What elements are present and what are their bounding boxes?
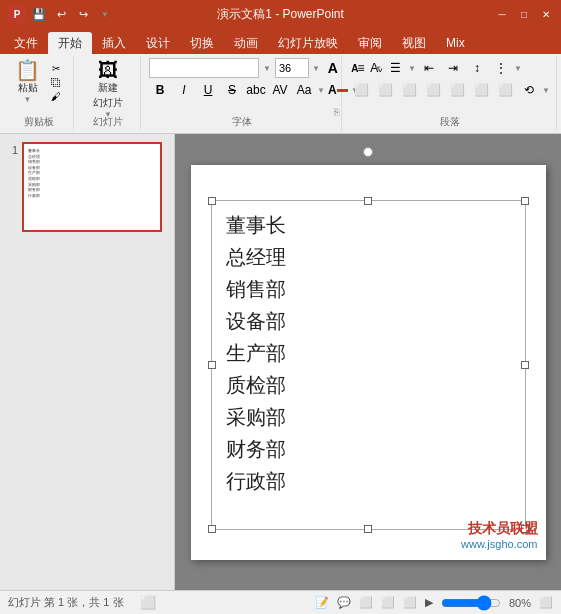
change-case-button[interactable]: Aa (293, 80, 315, 100)
slides-label: 幻灯片 (76, 115, 140, 129)
columns-dropdown-icon[interactable]: ▼ (514, 64, 522, 73)
canvas-area: 董事长总经理销售部设备部生产部质检部采购部财务部行政部 技术员联盟 www.js… (175, 134, 561, 590)
paste-icon: 📋 (15, 60, 40, 80)
tab-home[interactable]: 开始 (48, 32, 92, 54)
align-bottom-button[interactable]: ⬜ (494, 80, 516, 100)
numbered-list-button[interactable]: ☰ (384, 58, 406, 78)
accessibility-icon[interactable]: ⬜ (140, 595, 156, 610)
slide-text-line: 销售部 (226, 273, 511, 305)
zoom-level: 80% (509, 597, 531, 609)
paragraph-label: 段落 (344, 115, 556, 129)
copy-button[interactable]: ⿻ (46, 76, 66, 89)
align-right-button[interactable]: ⬜ (398, 80, 420, 100)
watermark-line1: 技术员联盟 (461, 520, 537, 538)
title-bar: P 💾 ↩ ↪ ▼ 演示文稿1 - PowerPoint ─ □ ✕ (0, 0, 561, 28)
text-direction-button[interactable]: ↕ (466, 58, 488, 78)
numbered-dropdown-icon[interactable]: ▼ (408, 64, 416, 73)
align-center-button[interactable]: ⬜ (374, 80, 396, 100)
cut-button[interactable]: ✂ (46, 62, 66, 75)
underline-button[interactable]: U (197, 80, 219, 100)
font-name-input[interactable] (149, 58, 259, 78)
minimize-button[interactable]: ─ (495, 7, 509, 21)
notes-button[interactable]: 📝 (315, 596, 329, 609)
tab-file[interactable]: 文件 (4, 32, 48, 54)
align-middle-button[interactable]: ⬜ (470, 80, 492, 100)
align-justify-button[interactable]: ⬜ (422, 80, 444, 100)
window-title: 演示文稿1 - PowerPoint (217, 6, 344, 23)
tab-design[interactable]: 设计 (136, 32, 180, 54)
bullet-list-button[interactable]: ≡ (350, 58, 372, 78)
slide-text-line: 董事长 (226, 209, 511, 241)
slide-status-info: 幻灯片 第 1 张，共 1 张 (8, 595, 124, 610)
decrease-indent-button[interactable]: ⇤ (418, 58, 440, 78)
status-bar: 幻灯片 第 1 张，共 1 张 ⬜ 📝 💬 ⬜ ⬜ ⬜ ▶ 80% ⬜ (0, 590, 561, 614)
bullet-dropdown-icon[interactable]: ▼ (374, 64, 382, 73)
smartart-convert-button[interactable]: ⟲ (518, 80, 540, 100)
font-label: 字体 (143, 115, 341, 129)
slide-thumbnail-1[interactable]: 1 董事长总经理销售部 设备部生产部质检部 采购部财务部行政部 (4, 142, 170, 232)
font-size-input[interactable] (275, 58, 309, 78)
undo-icon[interactable]: ↩ (52, 5, 70, 23)
tab-view[interactable]: 视图 (392, 32, 436, 54)
slides-panel: 1 董事长总经理销售部 设备部生产部质检部 采购部财务部行政部 (0, 134, 175, 590)
close-button[interactable]: ✕ (539, 7, 553, 21)
resize-handle-bm[interactable] (364, 525, 372, 533)
slide-number-1: 1 (4, 144, 18, 156)
font-color-a-label: A (328, 83, 337, 97)
title-bar-left: P 💾 ↩ ↪ ▼ (8, 5, 114, 23)
paste-button[interactable]: 📋 粘贴 ▼ (11, 58, 44, 106)
new-slide-button[interactable]: 🖼 新建 幻灯片 ▼ (89, 58, 127, 121)
tab-review[interactable]: 审阅 (348, 32, 392, 54)
zoom-slider[interactable] (441, 596, 501, 610)
tab-mix[interactable]: Mix (436, 32, 475, 54)
view-slide-sorter-button[interactable]: ⬜ (381, 596, 395, 609)
view-reading-button[interactable]: ⬜ (403, 596, 417, 609)
tab-slideshow[interactable]: 幻灯片放映 (268, 32, 348, 54)
slide-text-line: 生产部 (226, 337, 511, 369)
resize-handle-mr[interactable] (521, 361, 529, 369)
char-spacing-button[interactable]: AV (269, 80, 291, 100)
slide-text-line: 采购部 (226, 401, 511, 433)
quick-access-dropdown-icon[interactable]: ▼ (96, 5, 114, 23)
view-normal-button[interactable]: ⬜ (359, 596, 373, 609)
tab-insert[interactable]: 插入 (92, 32, 136, 54)
rotate-handle[interactable] (363, 147, 373, 157)
resize-handle-bl[interactable] (208, 525, 216, 533)
resize-handle-tl[interactable] (208, 197, 216, 205)
change-case-dropdown-icon[interactable]: ▼ (317, 86, 325, 95)
format-painter-button[interactable]: 🖌 (46, 90, 66, 103)
resize-handle-tr[interactable] (521, 197, 529, 205)
align-top-button[interactable]: ⬜ (446, 80, 468, 100)
font-name-dropdown-icon[interactable]: ▼ (263, 64, 271, 73)
align-left-button[interactable]: ⬜ (350, 80, 372, 100)
redo-icon[interactable]: ↪ (74, 5, 92, 23)
slide-text-line: 总经理 (226, 241, 511, 273)
view-slideshow-button[interactable]: ▶ (425, 596, 433, 609)
font-group-expand-icon[interactable]: ⎘ (334, 107, 339, 117)
text-shadow-button[interactable]: abc (245, 80, 267, 100)
tab-transitions[interactable]: 切换 (180, 32, 224, 54)
clipboard-group: 📋 粘贴 ▼ ✂ ⿻ 🖌 剪贴板 (4, 56, 74, 131)
text-box-container[interactable]: 董事长总经理销售部设备部生产部质检部采购部财务部行政部 (211, 200, 526, 530)
paste-dropdown-icon: ▼ (24, 95, 32, 104)
increase-indent-button[interactable]: ⇥ (442, 58, 464, 78)
fit-window-button[interactable]: ⬜ (539, 596, 553, 609)
font-group: ▼ ▼ A A Aᵥ B I U S abc AV Aa ▼ A ▼ (143, 56, 342, 131)
italic-button[interactable]: I (173, 80, 195, 100)
comments-button[interactable]: 💬 (337, 596, 351, 609)
status-right: 📝 💬 ⬜ ⬜ ⬜ ▶ 80% ⬜ (315, 596, 553, 610)
increase-font-button[interactable]: A (323, 58, 343, 78)
resize-handle-ml[interactable] (208, 361, 216, 369)
smartart-dropdown-icon[interactable]: ▼ (542, 86, 550, 95)
save-icon[interactable]: 💾 (30, 5, 48, 23)
tab-animations[interactable]: 动画 (224, 32, 268, 54)
strikethrough-button[interactable]: S (221, 80, 243, 100)
slide-text-line: 设备部 (226, 305, 511, 337)
slide-text-line: 财务部 (226, 433, 511, 465)
resize-handle-tm[interactable] (364, 197, 372, 205)
font-size-dropdown-icon[interactable]: ▼ (312, 64, 320, 73)
columns-button[interactable]: ⋮ (490, 58, 512, 78)
bold-button[interactable]: B (149, 80, 171, 100)
maximize-button[interactable]: □ (517, 7, 531, 21)
copy-icon: ⿻ (51, 77, 61, 88)
